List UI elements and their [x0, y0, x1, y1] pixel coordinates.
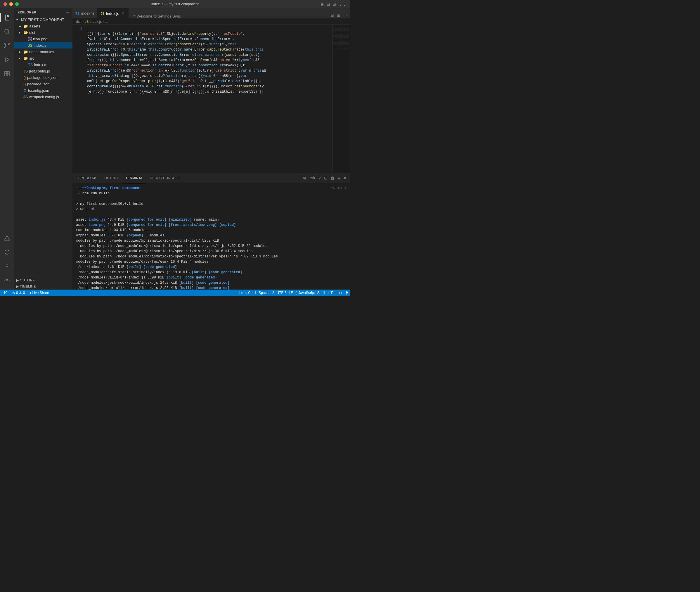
timeline-section[interactable]: ▶ TIMELINE: [14, 284, 72, 290]
status-language[interactable]: {} JavaScript: [294, 290, 316, 296]
package-lock-icon: {}: [23, 76, 26, 80]
sidebar-item-index-js[interactable]: JS index.js: [14, 42, 72, 49]
activity-bar: [0, 8, 14, 290]
status-git-branch[interactable]: [2, 290, 9, 296]
layout-toggle-icon[interactable]: ⊞: [336, 12, 341, 18]
sidebar-item-package-json[interactable]: {} package.json: [14, 81, 72, 87]
panel-tab-terminal[interactable]: TERMINAL: [122, 173, 146, 183]
status-spaces[interactable]: Spaces: 2: [257, 290, 275, 296]
package-json-icon: {}: [23, 82, 26, 86]
close-button[interactable]: [3, 2, 7, 6]
sidebar-more-icon[interactable]: ···: [66, 10, 69, 14]
split-terminal-icon[interactable]: ⊟: [323, 175, 329, 181]
activity-search[interactable]: [0, 24, 14, 39]
breadcrumb-dist[interactable]: dist: [76, 19, 82, 24]
sidebar-item-webpack-config[interactable]: JS webpack.config.js: [14, 94, 72, 100]
sidebar-item-dist[interactable]: ▾ 📂 dist: [14, 29, 72, 36]
kill-terminal-icon[interactable]: 🗑: [330, 175, 335, 181]
sidebar-item-assets[interactable]: ▶ 📁 assets: [14, 23, 72, 29]
src-arrow-icon: ▾: [19, 57, 23, 60]
js-tab-icon: JS: [100, 12, 104, 15]
panel-tab-output[interactable]: OUTPUT: [101, 173, 122, 183]
code-content[interactable]: (()=>{var e={881:(e,t)=>{"use strict";Ob…: [85, 25, 333, 173]
package-json-label: package.json: [27, 82, 50, 86]
activity-account[interactable]: [0, 259, 14, 273]
error-icon: ⊗: [12, 291, 15, 295]
more-actions-icon[interactable]: ···: [342, 12, 348, 18]
activity-sync[interactable]: [0, 245, 14, 259]
activity-git[interactable]: [0, 231, 14, 245]
breadcrumb-sep-1: ›: [83, 19, 84, 24]
png-file-icon: 🖼: [28, 37, 32, 41]
activity-extensions[interactable]: [0, 67, 14, 81]
jest-config-label: jest.config.js: [29, 69, 50, 73]
sidebar-item-tsconfig[interactable]: ⚙ tsconfig.json: [14, 87, 72, 94]
layout-icon-4[interactable]: ⋮⋮: [338, 2, 347, 6]
activity-run[interactable]: [0, 53, 14, 67]
activity-source-control[interactable]: [0, 39, 14, 53]
package-lock-label: package-lock.json: [27, 76, 58, 80]
terminal-label: TERMINAL: [125, 176, 143, 180]
tab-settings-sync[interactable]: ≡ Welcome to Settings Sync: [129, 14, 327, 18]
status-notifications[interactable]: [344, 290, 350, 296]
layout-icon-1[interactable]: ▣: [320, 2, 324, 6]
svg-line-1: [8, 33, 10, 35]
outline-label: OUTLINE: [20, 279, 35, 282]
language-icon: {}: [295, 291, 298, 295]
panel-tab-debug-console[interactable]: DEBUG CONSOLE: [146, 173, 183, 183]
layout-icon-3[interactable]: ⊞: [333, 2, 336, 6]
breadcrumb-index-js[interactable]: index.js: [90, 19, 102, 24]
sidebar-header-actions[interactable]: ···: [66, 10, 69, 14]
sidebar-item-package-lock[interactable]: {} package-lock.json: [14, 74, 72, 81]
status-errors[interactable]: ⊗ 0 ⚠ 0: [11, 290, 26, 296]
window-controls[interactable]: [3, 2, 19, 6]
index-js-label: index.js: [34, 43, 46, 48]
close-panel-icon[interactable]: ✕: [342, 175, 348, 181]
layout-icon-2[interactable]: ⊟: [327, 2, 330, 6]
svg-point-11: [6, 264, 8, 266]
problems-label: PROBLEMS: [78, 176, 97, 180]
tab-close-button[interactable]: ✕: [121, 11, 125, 16]
line-numbers: 1: [72, 25, 85, 173]
sidebar-item-src[interactable]: ▾ 📂 src: [14, 55, 72, 61]
sidebar-item-node-modules[interactable]: ▶ 📁 node_modules: [14, 49, 72, 55]
outline-section[interactable]: ▶ OUTLINE: [14, 277, 72, 284]
code-editor[interactable]: 1 (()=>{var e={881:(e,t)=>{"use strict";…: [72, 25, 350, 173]
status-spell[interactable]: Spell: [316, 290, 326, 296]
maximize-panel-icon[interactable]: ∧: [337, 175, 341, 181]
activity-settings[interactable]: [0, 273, 14, 287]
tab-index-ts[interactable]: TS index.ts: [72, 8, 98, 18]
sidebar-item-jest-config[interactable]: JS jest.config.js: [14, 68, 72, 74]
sidebar-header: EXPLORER ···: [14, 8, 72, 16]
webpack-config-label: webpack.config.js: [29, 95, 59, 99]
status-cursor-position[interactable]: Ln 1, Col 1: [238, 290, 257, 296]
split-editor-icon[interactable]: ⊟: [330, 12, 335, 18]
breadcrumb-ellipsis[interactable]: ...: [105, 19, 108, 24]
maximize-button[interactable]: [15, 2, 19, 6]
root-folder-label: MY-FIRST-COMPONENT: [21, 17, 64, 22]
status-live-share[interactable]: ♦ Live Share: [28, 290, 50, 296]
sidebar-item-icon-png[interactable]: 🖼 icon.png: [14, 36, 72, 42]
sidebar-root-folder[interactable]: ▾ MY-FIRST-COMPONENT: [14, 16, 72, 23]
index-ts-label: index.ts: [34, 62, 47, 67]
terminal-dropdown-icon[interactable]: ∨: [317, 175, 322, 181]
status-prettier[interactable]: ✓ Prettier: [326, 290, 344, 296]
terminal-output-asset-indexjs: asset index.js 43.4 KiB [compared for em…: [76, 217, 347, 223]
terminal-content[interactable]: ╭─ ~/Desktop/my-first-component 15:33:34…: [72, 183, 350, 290]
tab-index-js[interactable]: JS index.js ✕: [98, 8, 129, 18]
new-terminal-icon[interactable]: ⊕: [302, 175, 307, 181]
tab-index-ts-label: index.ts: [81, 11, 94, 15]
terminal-shell-label[interactable]: zsh: [308, 176, 316, 180]
minimize-button[interactable]: [9, 2, 13, 6]
src-folder-icon: 📂: [23, 56, 28, 60]
status-line-ending[interactable]: LF: [288, 290, 294, 296]
status-encoding[interactable]: UTF-8: [276, 290, 288, 296]
activity-explorer[interactable]: [0, 10, 14, 24]
svg-marker-10: [4, 236, 10, 241]
terminal-path-1: ╭─ ~/Desktop/my-first-component: [76, 186, 141, 191]
panel-tab-problems[interactable]: PROBLEMS: [75, 173, 101, 183]
timeline-arrow: ▶: [16, 285, 20, 288]
breadcrumb: dist › JS index.js › ...: [72, 18, 350, 25]
sidebar-item-index-ts[interactable]: TS index.ts: [14, 61, 72, 68]
svg-rect-8: [5, 74, 7, 76]
